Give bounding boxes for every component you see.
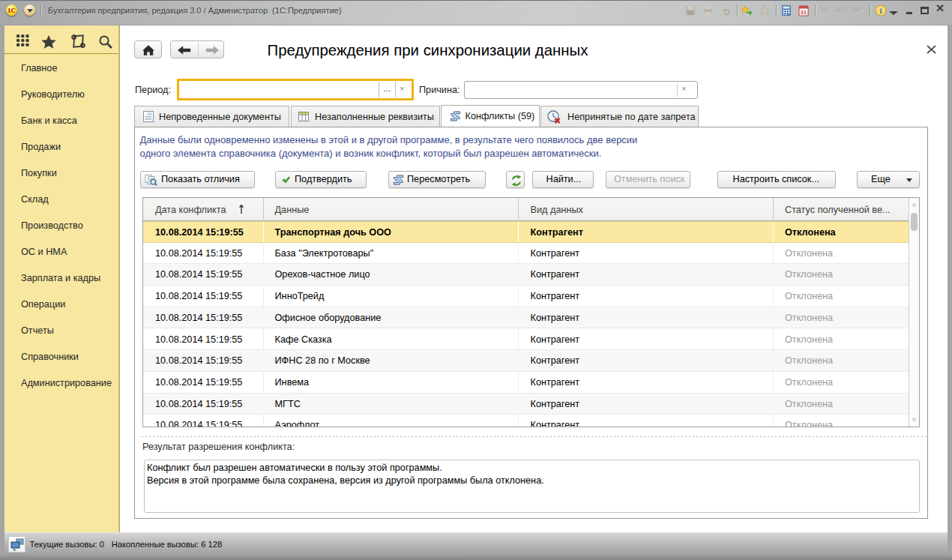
svg-text:i: i — [879, 6, 882, 15]
svg-text:31: 31 — [801, 9, 807, 16]
